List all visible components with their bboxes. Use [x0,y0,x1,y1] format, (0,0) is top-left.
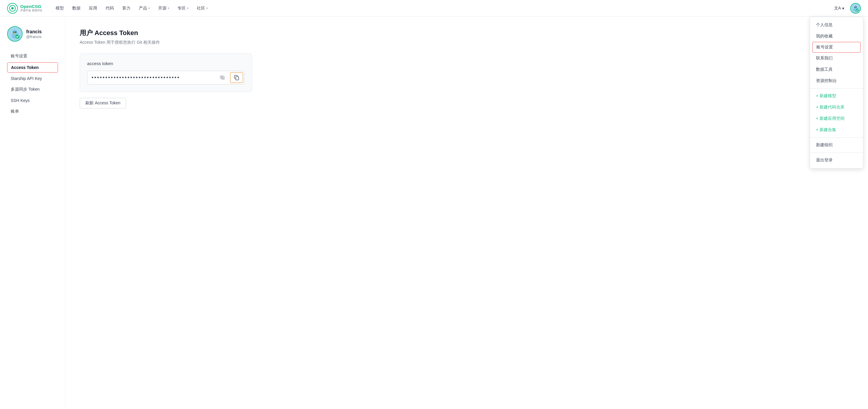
dropdown-item-profile[interactable]: 个人信息 [810,19,863,31]
logo-icon [7,3,18,14]
nav-special[interactable]: 专区▾ [174,4,192,13]
copy-token-button[interactable] [230,72,243,83]
dropdown-item-favorites[interactable]: 我的收藏 [810,31,863,42]
nav-data[interactable]: 数据 [69,4,84,13]
svg-rect-18 [236,77,239,80]
sidebar-item-ssh-keys[interactable]: SSH Keys [7,96,58,105]
dropdown-item-new-model[interactable]: + 新建模型 [810,90,863,102]
dropdown-item-logout[interactable]: 退出登录 [810,155,863,166]
page-subtitle: Access Token 用于授权您执行 Git 相关操作 [80,40,854,45]
main-content: 用户 Access Token Access Token 用于授权您执行 Git… [65,17,868,409]
sidebar: francis @francis 账号设置 Access Token Stars… [0,17,65,409]
user-avatar-button[interactable] [850,3,861,14]
logo[interactable]: OpenCSG 开源开放 智慧伴生 [7,3,42,14]
svg-point-12 [13,32,14,33]
token-input-row [87,71,245,85]
svg-point-7 [855,8,856,8]
svg-point-6 [856,6,857,7]
user-dropdown-menu: 个人信息 我的收藏 账号设置 联系我们 数据工具 资源控制台 + 新建模型 + … [810,17,863,168]
dropdown-item-resource-console[interactable]: 资源控制台 [810,75,863,87]
svg-point-11 [12,30,18,35]
sidebar-item-account-settings[interactable]: 账号设置 [7,51,58,61]
main-nav: 模型 数据 应用 代码 算力 产品▾ 开源▾ 专区▾ 社区▾ [52,4,832,13]
header: OpenCSG 开源开放 智慧伴生 模型 数据 应用 代码 算力 产品▾ 开源▾… [0,0,868,17]
dropdown-item-new-repo[interactable]: + 新建代码仓库 [810,102,863,113]
dropdown-item-account[interactable]: 账号设置 [812,42,861,53]
sidebar-item-multi-source-token[interactable]: 多源同步 Token [7,85,58,95]
dropdown-item-data-tools[interactable]: 数据工具 [810,64,863,75]
nav-products[interactable]: 产品▾ [135,4,153,13]
language-button[interactable]: 文A ▾ [832,4,846,12]
svg-point-5 [855,6,856,7]
svg-point-14 [14,33,16,34]
nav-models[interactable]: 模型 [52,4,67,13]
sidebar-user-info: francis @francis [7,26,58,42]
nav-code[interactable]: 代码 [102,4,117,13]
sidebar-nav: 账号设置 Access Token Starship API Key 多源同步 … [7,51,58,117]
dropdown-item-new-org[interactable]: 新建组织 [810,139,863,151]
nav-community[interactable]: 社区▾ [193,4,211,13]
nav-apps[interactable]: 应用 [85,4,101,13]
dropdown-item-contact[interactable]: 联系我们 [810,53,863,64]
refresh-token-button[interactable]: 刷新 Access Token [80,98,126,108]
main-layout: francis @francis 账号设置 Access Token Stars… [0,17,868,409]
toggle-visibility-button[interactable] [216,72,229,83]
token-input[interactable] [87,72,216,84]
sidebar-user-text: francis @francis [26,29,42,39]
svg-point-1 [11,7,14,9]
svg-point-13 [15,32,17,33]
svg-point-8 [856,9,859,11]
sidebar-item-billing[interactable]: 账单 [7,106,58,117]
token-label: access token [87,61,245,66]
header-right: 文A ▾ [832,3,861,14]
svg-point-4 [854,6,857,9]
dropdown-item-new-collection[interactable]: + 新建合集 [810,124,863,135]
token-card: access token [80,54,252,92]
sidebar-avatar [7,26,23,42]
logo-text: OpenCSG 开源开放 智慧伴生 [20,4,42,12]
dropdown-item-new-app[interactable]: + 新建应用空间 [810,113,863,124]
nav-opensource[interactable]: 开源▾ [155,4,173,13]
page-title: 用户 Access Token [80,29,854,37]
sidebar-item-access-token[interactable]: Access Token [7,62,58,72]
nav-compute[interactable]: 算力 [119,4,134,13]
dropdown-divider-1 [810,88,863,89]
sidebar-item-starship-api-key[interactable]: Starship API Key [7,74,58,83]
